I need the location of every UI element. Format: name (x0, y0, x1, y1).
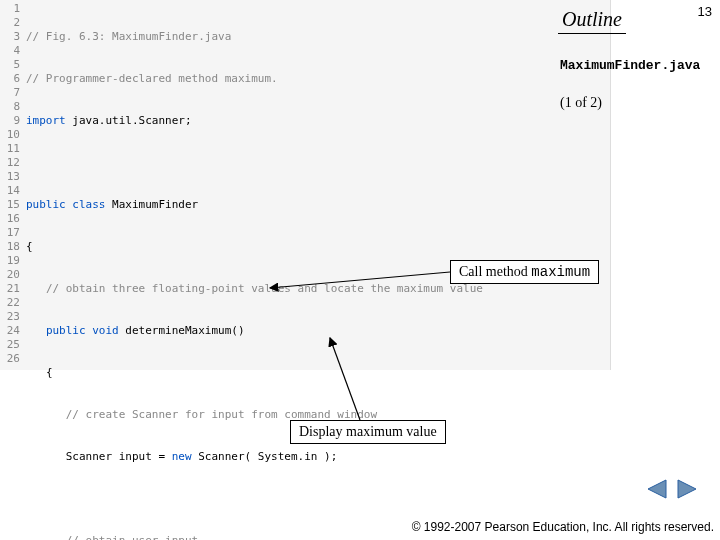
svg-marker-3 (678, 480, 696, 498)
file-name: MaximumFinder.java (560, 58, 700, 73)
page-indicator: (1 of 2) (560, 95, 602, 111)
callout-display-max: Display maximum value (290, 420, 446, 444)
nav-next-icon[interactable] (676, 478, 698, 500)
callout-call-method: Call method maximum (450, 260, 599, 284)
code-block: // Fig. 6.3: MaximumFinder.java // Progr… (26, 2, 483, 540)
outline-heading: Outline (558, 8, 626, 34)
code-area: 1234567891011121314151617181920212223242… (0, 0, 611, 370)
svg-marker-2 (648, 480, 666, 498)
slide-number: 13 (698, 4, 712, 19)
nav-prev-icon[interactable] (646, 478, 668, 500)
line-gutter: 1234567891011121314151617181920212223242… (0, 2, 20, 366)
copyright-text: © 1992-2007 Pearson Education, Inc. All … (412, 520, 714, 534)
